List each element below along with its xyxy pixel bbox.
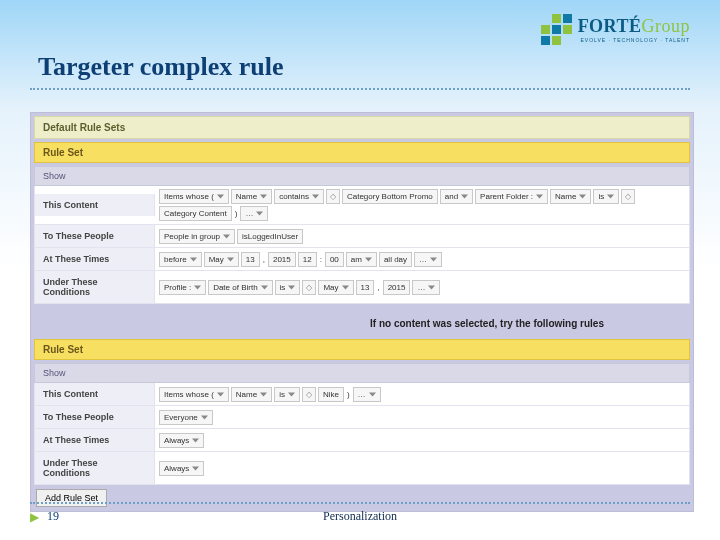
- select-dob[interactable]: Date of Birth: [208, 280, 272, 295]
- select-items-whose-2[interactable]: Items whose (: [159, 387, 229, 402]
- paren-close: ): [346, 390, 351, 399]
- select-ellipsis[interactable]: …: [240, 206, 268, 221]
- input-day-2[interactable]: 13: [356, 280, 375, 295]
- value-islogged[interactable]: isLoggedInUser: [237, 229, 303, 244]
- label-under-conditions: Under These Conditions: [35, 271, 155, 303]
- row-under-conditions: Under These Conditions Profile : Date of…: [34, 271, 690, 304]
- row-this-content-2: This Content Items whose ( Name is Nike …: [34, 383, 690, 406]
- label-this-content: This Content: [35, 383, 155, 405]
- logo-brand: FORTÉ: [578, 16, 642, 36]
- label-this-content: This Content: [35, 194, 155, 216]
- select-people-in-group[interactable]: People in group: [159, 229, 235, 244]
- input-year-2[interactable]: 2015: [383, 280, 411, 295]
- select-and[interactable]: and: [440, 189, 473, 204]
- select-always-time[interactable]: Always: [159, 433, 204, 448]
- value-nike[interactable]: Nike: [318, 387, 344, 402]
- page-title: Targeter complex rule: [38, 52, 284, 82]
- diamond-icon[interactable]: [326, 189, 340, 204]
- label-at-these-times: At These Times: [35, 248, 155, 270]
- select-profile[interactable]: Profile :: [159, 280, 206, 295]
- select-parent-folder[interactable]: Parent Folder :: [475, 189, 548, 204]
- colon: :: [319, 255, 323, 264]
- value-category-bottom-promo[interactable]: Category Bottom Promo: [342, 189, 438, 204]
- select-always-cond[interactable]: Always: [159, 461, 204, 476]
- select-month[interactable]: May: [204, 252, 239, 267]
- show-header-2: Show: [34, 363, 690, 383]
- value-category-content[interactable]: Category Content: [159, 206, 232, 221]
- add-ruleset-button[interactable]: Add Rule Set: [36, 489, 107, 507]
- label-to-these-people: To These People: [35, 406, 155, 428]
- select-op-is-2[interactable]: is: [274, 387, 300, 402]
- select-ellipsis[interactable]: …: [414, 252, 442, 267]
- show-header: Show: [34, 166, 690, 186]
- select-ellipsis[interactable]: …: [412, 280, 440, 295]
- rule-panel: Default Rule Sets Rule Set Show This Con…: [30, 112, 694, 512]
- input-day[interactable]: 13: [241, 252, 260, 267]
- logo-tag: EVOLVE · TECHNOLOGY · TALENT: [578, 37, 690, 43]
- select-before[interactable]: before: [159, 252, 202, 267]
- value-allday[interactable]: all day: [379, 252, 412, 267]
- ruleset-header[interactable]: Rule Set: [34, 142, 690, 163]
- footer-label: Personalization: [323, 509, 397, 524]
- select-op-is[interactable]: is: [593, 189, 619, 204]
- comma: ,: [376, 283, 380, 292]
- fallback-text: If no content was selected, try the foll…: [34, 304, 690, 339]
- input-min[interactable]: 00: [325, 252, 344, 267]
- row-to-these-people: To These People People in group isLogged…: [34, 225, 690, 248]
- slide-arrow-icon: ▶: [30, 510, 39, 524]
- row-to-these-people-2: To These People Everyone: [34, 406, 690, 429]
- select-everyone[interactable]: Everyone: [159, 410, 213, 425]
- label-under-conditions: Under These Conditions: [35, 452, 155, 484]
- logo: FORTÉGroup EVOLVE · TECHNOLOGY · TALENT: [541, 14, 690, 45]
- input-year[interactable]: 2015: [268, 252, 296, 267]
- select-is[interactable]: is: [275, 280, 301, 295]
- select-field-name-2[interactable]: Name: [550, 189, 591, 204]
- divider: [30, 88, 690, 90]
- select-month-2[interactable]: May: [318, 280, 353, 295]
- row-under-conditions-2: Under These Conditions Always: [34, 452, 690, 485]
- label-to-these-people: To These People: [35, 225, 155, 247]
- default-rulesets-header: Default Rule Sets: [34, 116, 690, 139]
- footer-divider: [30, 502, 690, 504]
- row-at-these-times: At These Times before May 13 , 2015 12 :…: [34, 248, 690, 271]
- select-field-name-3[interactable]: Name: [231, 387, 272, 402]
- logo-suffix: Group: [642, 16, 691, 36]
- paren-close: ): [234, 209, 239, 218]
- diamond-icon[interactable]: [621, 189, 635, 204]
- row-this-content: This Content Items whose ( Name contains…: [34, 186, 690, 225]
- input-hour[interactable]: 12: [298, 252, 317, 267]
- diamond-icon[interactable]: [302, 387, 316, 402]
- select-field-name[interactable]: Name: [231, 189, 272, 204]
- row-at-these-times-2: At These Times Always: [34, 429, 690, 452]
- select-ellipsis[interactable]: …: [353, 387, 381, 402]
- comma: ,: [262, 255, 266, 264]
- logo-icon: [541, 14, 572, 45]
- diamond-icon[interactable]: [302, 280, 316, 295]
- page-number: 19: [47, 509, 59, 524]
- select-op-contains[interactable]: contains: [274, 189, 324, 204]
- ruleset-header-2[interactable]: Rule Set: [34, 339, 690, 360]
- label-at-these-times: At These Times: [35, 429, 155, 451]
- select-ampm[interactable]: am: [346, 252, 377, 267]
- select-items-whose[interactable]: Items whose (: [159, 189, 229, 204]
